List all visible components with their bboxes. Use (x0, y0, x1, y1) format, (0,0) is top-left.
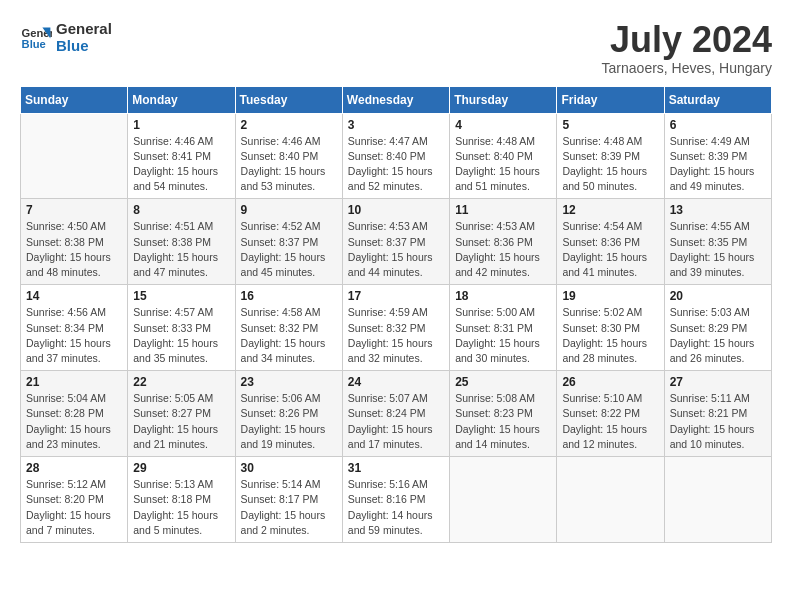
calendar-cell (450, 457, 557, 543)
day-info: Sunrise: 5:11 AM Sunset: 8:21 PM Dayligh… (670, 391, 766, 452)
day-info: Sunrise: 5:00 AM Sunset: 8:31 PM Dayligh… (455, 305, 551, 366)
day-info: Sunrise: 4:49 AM Sunset: 8:39 PM Dayligh… (670, 134, 766, 195)
calendar-cell: 21Sunrise: 5:04 AM Sunset: 8:28 PM Dayli… (21, 371, 128, 457)
day-number: 17 (348, 289, 444, 303)
day-number: 18 (455, 289, 551, 303)
day-info: Sunrise: 4:59 AM Sunset: 8:32 PM Dayligh… (348, 305, 444, 366)
weekday-header-thursday: Thursday (450, 86, 557, 113)
calendar-cell: 23Sunrise: 5:06 AM Sunset: 8:26 PM Dayli… (235, 371, 342, 457)
calendar-cell: 31Sunrise: 5:16 AM Sunset: 8:16 PM Dayli… (342, 457, 449, 543)
day-number: 1 (133, 118, 229, 132)
title-block: July 2024 Tarnaoers, Heves, Hungary (602, 20, 772, 76)
calendar-cell: 8Sunrise: 4:51 AM Sunset: 8:38 PM Daylig… (128, 199, 235, 285)
day-number: 21 (26, 375, 122, 389)
day-number: 31 (348, 461, 444, 475)
day-number: 3 (348, 118, 444, 132)
weekday-header-saturday: Saturday (664, 86, 771, 113)
day-info: Sunrise: 5:03 AM Sunset: 8:29 PM Dayligh… (670, 305, 766, 366)
day-number: 14 (26, 289, 122, 303)
calendar-cell: 25Sunrise: 5:08 AM Sunset: 8:23 PM Dayli… (450, 371, 557, 457)
day-info: Sunrise: 5:08 AM Sunset: 8:23 PM Dayligh… (455, 391, 551, 452)
weekday-header-monday: Monday (128, 86, 235, 113)
day-number: 9 (241, 203, 337, 217)
day-number: 19 (562, 289, 658, 303)
day-info: Sunrise: 4:48 AM Sunset: 8:39 PM Dayligh… (562, 134, 658, 195)
day-number: 27 (670, 375, 766, 389)
day-number: 8 (133, 203, 229, 217)
day-info: Sunrise: 5:16 AM Sunset: 8:16 PM Dayligh… (348, 477, 444, 538)
day-number: 16 (241, 289, 337, 303)
day-info: Sunrise: 4:56 AM Sunset: 8:34 PM Dayligh… (26, 305, 122, 366)
weekday-header-wednesday: Wednesday (342, 86, 449, 113)
day-info: Sunrise: 5:06 AM Sunset: 8:26 PM Dayligh… (241, 391, 337, 452)
day-info: Sunrise: 4:53 AM Sunset: 8:37 PM Dayligh… (348, 219, 444, 280)
day-number: 26 (562, 375, 658, 389)
month-title: July 2024 (602, 20, 772, 60)
calendar-cell: 17Sunrise: 4:59 AM Sunset: 8:32 PM Dayli… (342, 285, 449, 371)
day-info: Sunrise: 5:02 AM Sunset: 8:30 PM Dayligh… (562, 305, 658, 366)
calendar-cell: 6Sunrise: 4:49 AM Sunset: 8:39 PM Daylig… (664, 113, 771, 199)
calendar-cell (557, 457, 664, 543)
day-number: 13 (670, 203, 766, 217)
logo-general: General (56, 20, 112, 37)
day-info: Sunrise: 5:05 AM Sunset: 8:27 PM Dayligh… (133, 391, 229, 452)
calendar-cell: 30Sunrise: 5:14 AM Sunset: 8:17 PM Dayli… (235, 457, 342, 543)
day-info: Sunrise: 5:04 AM Sunset: 8:28 PM Dayligh… (26, 391, 122, 452)
calendar-cell: 20Sunrise: 5:03 AM Sunset: 8:29 PM Dayli… (664, 285, 771, 371)
logo-blue: Blue (56, 37, 112, 54)
day-number: 25 (455, 375, 551, 389)
calendar-week-4: 21Sunrise: 5:04 AM Sunset: 8:28 PM Dayli… (21, 371, 772, 457)
page-header: General Blue General Blue July 2024 Tarn… (20, 20, 772, 76)
calendar-cell: 5Sunrise: 4:48 AM Sunset: 8:39 PM Daylig… (557, 113, 664, 199)
day-info: Sunrise: 4:50 AM Sunset: 8:38 PM Dayligh… (26, 219, 122, 280)
weekday-header-tuesday: Tuesday (235, 86, 342, 113)
day-info: Sunrise: 5:10 AM Sunset: 8:22 PM Dayligh… (562, 391, 658, 452)
day-number: 6 (670, 118, 766, 132)
calendar-table: SundayMondayTuesdayWednesdayThursdayFrid… (20, 86, 772, 543)
calendar-cell: 28Sunrise: 5:12 AM Sunset: 8:20 PM Dayli… (21, 457, 128, 543)
day-info: Sunrise: 4:53 AM Sunset: 8:36 PM Dayligh… (455, 219, 551, 280)
calendar-cell: 12Sunrise: 4:54 AM Sunset: 8:36 PM Dayli… (557, 199, 664, 285)
logo: General Blue General Blue (20, 20, 112, 54)
calendar-cell: 4Sunrise: 4:48 AM Sunset: 8:40 PM Daylig… (450, 113, 557, 199)
day-number: 15 (133, 289, 229, 303)
day-number: 22 (133, 375, 229, 389)
calendar-cell: 1Sunrise: 4:46 AM Sunset: 8:41 PM Daylig… (128, 113, 235, 199)
day-info: Sunrise: 4:46 AM Sunset: 8:41 PM Dayligh… (133, 134, 229, 195)
day-number: 11 (455, 203, 551, 217)
calendar-week-3: 14Sunrise: 4:56 AM Sunset: 8:34 PM Dayli… (21, 285, 772, 371)
day-info: Sunrise: 4:58 AM Sunset: 8:32 PM Dayligh… (241, 305, 337, 366)
day-number: 28 (26, 461, 122, 475)
day-info: Sunrise: 4:54 AM Sunset: 8:36 PM Dayligh… (562, 219, 658, 280)
weekday-header-sunday: Sunday (21, 86, 128, 113)
calendar-cell: 3Sunrise: 4:47 AM Sunset: 8:40 PM Daylig… (342, 113, 449, 199)
day-info: Sunrise: 4:57 AM Sunset: 8:33 PM Dayligh… (133, 305, 229, 366)
day-info: Sunrise: 5:12 AM Sunset: 8:20 PM Dayligh… (26, 477, 122, 538)
day-info: Sunrise: 4:55 AM Sunset: 8:35 PM Dayligh… (670, 219, 766, 280)
calendar-week-2: 7Sunrise: 4:50 AM Sunset: 8:38 PM Daylig… (21, 199, 772, 285)
weekday-header-friday: Friday (557, 86, 664, 113)
calendar-cell: 2Sunrise: 4:46 AM Sunset: 8:40 PM Daylig… (235, 113, 342, 199)
day-number: 7 (26, 203, 122, 217)
calendar-cell: 26Sunrise: 5:10 AM Sunset: 8:22 PM Dayli… (557, 371, 664, 457)
day-info: Sunrise: 5:07 AM Sunset: 8:24 PM Dayligh… (348, 391, 444, 452)
day-number: 20 (670, 289, 766, 303)
day-number: 30 (241, 461, 337, 475)
calendar-cell: 9Sunrise: 4:52 AM Sunset: 8:37 PM Daylig… (235, 199, 342, 285)
day-info: Sunrise: 4:51 AM Sunset: 8:38 PM Dayligh… (133, 219, 229, 280)
day-number: 5 (562, 118, 658, 132)
calendar-cell: 19Sunrise: 5:02 AM Sunset: 8:30 PM Dayli… (557, 285, 664, 371)
calendar-cell (21, 113, 128, 199)
calendar-cell: 27Sunrise: 5:11 AM Sunset: 8:21 PM Dayli… (664, 371, 771, 457)
day-number: 12 (562, 203, 658, 217)
calendar-cell: 10Sunrise: 4:53 AM Sunset: 8:37 PM Dayli… (342, 199, 449, 285)
calendar-cell: 15Sunrise: 4:57 AM Sunset: 8:33 PM Dayli… (128, 285, 235, 371)
day-number: 4 (455, 118, 551, 132)
calendar-cell: 24Sunrise: 5:07 AM Sunset: 8:24 PM Dayli… (342, 371, 449, 457)
day-info: Sunrise: 5:14 AM Sunset: 8:17 PM Dayligh… (241, 477, 337, 538)
day-number: 29 (133, 461, 229, 475)
calendar-cell: 7Sunrise: 4:50 AM Sunset: 8:38 PM Daylig… (21, 199, 128, 285)
calendar-cell: 29Sunrise: 5:13 AM Sunset: 8:18 PM Dayli… (128, 457, 235, 543)
calendar-cell: 18Sunrise: 5:00 AM Sunset: 8:31 PM Dayli… (450, 285, 557, 371)
calendar-week-1: 1Sunrise: 4:46 AM Sunset: 8:41 PM Daylig… (21, 113, 772, 199)
